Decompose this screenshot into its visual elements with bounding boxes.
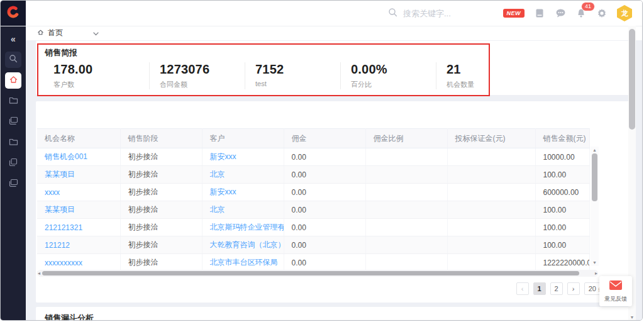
customer-link[interactable]: 大乾教育咨询（北京）有限... [210, 240, 284, 249]
chevron-down-icon [93, 29, 99, 38]
settings-gear-icon[interactable] [596, 8, 608, 19]
prev-page-button[interactable]: ‹ [516, 282, 529, 295]
logo-c-icon [6, 5, 20, 21]
brief-stat: 7152test [245, 62, 340, 89]
sidebar-item-home[interactable] [5, 72, 21, 89]
opportunity-link[interactable]: xxxxxxxxxx [45, 258, 82, 267]
table-horizontal-scrollbar[interactable]: ◂ ▸ [37, 270, 598, 277]
table-cell [365, 236, 447, 254]
sidebar-item-module-4[interactable] [5, 155, 21, 172]
topbar: NEW 41 龙 [1, 1, 642, 26]
notebook-icon[interactable] [534, 8, 545, 19]
sales-funnel-card: 销售漏斗分析 [36, 307, 630, 321]
table-cell: 10000.00 [535, 148, 589, 166]
scroll-up-icon[interactable]: ▲ [591, 147, 599, 153]
sidebar-item-module-3[interactable] [5, 135, 21, 151]
sidebar-item-module-1[interactable] [5, 93, 21, 109]
opportunity-link[interactable]: xxxx [45, 188, 60, 197]
table-cell: xxxx [37, 184, 120, 201]
opportunity-link[interactable]: 销售机会001 [45, 152, 87, 161]
table-cell: 100.00 [535, 166, 589, 184]
table-cell: 某某项目 [37, 201, 120, 219]
page-button-1[interactable]: 1 [533, 282, 546, 295]
table-cell: 100.00 [535, 219, 589, 236]
scrollbar-thumb[interactable] [42, 271, 579, 275]
scroll-right-icon[interactable]: ▸ [595, 270, 597, 277]
sales-funnel-title: 销售漏斗分析 [45, 313, 94, 321]
stat-label: 机会数量 [447, 80, 531, 89]
stat-value: 1273076 [160, 62, 245, 77]
table-cell [447, 166, 535, 184]
customer-link[interactable]: 新安xxx [210, 187, 236, 196]
table-cell [447, 184, 535, 201]
stat-label: test [255, 80, 340, 87]
table-cell: 某某项目 [37, 166, 120, 184]
topbar-actions: NEW 41 龙 [503, 1, 633, 26]
next-page-button[interactable]: › [567, 282, 580, 295]
table-cell [365, 184, 447, 201]
column-header: 佣金比例 [365, 129, 447, 148]
table-vertical-scrollbar[interactable]: ▲ ▼ [591, 147, 599, 266]
customer-link[interactable]: 北京市丰台区环保局 [210, 258, 278, 267]
customer-link[interactable]: 北京 [210, 205, 225, 214]
opportunity-link[interactable]: 212121321 [45, 223, 82, 232]
messages-icon[interactable] [555, 8, 566, 19]
sidebar-item-module-5[interactable] [5, 176, 21, 192]
table-cell [447, 236, 535, 254]
global-search [388, 1, 499, 26]
brief-stat: 0.00%百分比 [340, 62, 436, 89]
app-window: NEW 41 龙 « [0, 0, 643, 321]
stacked-folders-icon [9, 116, 18, 128]
table-row: 212121321初步接洽北京斯玛特企业管理有限公...0.00100.00 [37, 219, 589, 236]
stat-value: 178.00 [53, 62, 149, 77]
table-cell [447, 219, 535, 236]
user-avatar[interactable]: 龙 [617, 5, 632, 21]
sidebar-collapse-button[interactable]: « [5, 31, 21, 47]
table-cell: 600000.00 [535, 184, 589, 201]
breadcrumb-home-label[interactable]: 首页 [48, 28, 63, 38]
home-icon [9, 75, 18, 87]
column-header: 投标保证金(元) [447, 129, 535, 148]
opportunity-link[interactable]: 121212 [45, 241, 70, 250]
customer-link[interactable]: 北京斯玛特企业管理有限公... [210, 223, 284, 231]
sidebar-item-search[interactable] [5, 52, 21, 68]
table-row: xxxx初步接洽新安xxx0.00600000.00 [37, 184, 589, 201]
table-body: 销售机会001初步接洽新安xxx0.0010000.00某某项目初步接洽北京0.… [37, 148, 589, 272]
table-cell: xxxxxxxxxx [37, 254, 120, 272]
app-logo[interactable] [1, 1, 26, 26]
column-header: 客户 [202, 129, 284, 148]
opportunity-table-card: 机会名称销售阶段客户佣金佣金比例投标保证金(元)销售金额(元) 销售机会001初… [36, 101, 630, 303]
opportunity-link[interactable]: 某某项目 [45, 205, 75, 214]
new-badge[interactable]: NEW [503, 9, 525, 18]
stacked-folders-icon [9, 179, 18, 190]
table-cell [365, 254, 447, 272]
page-button-2[interactable]: 2 [550, 282, 563, 295]
customer-link[interactable]: 北京 [210, 170, 225, 179]
table-cell: 销售机会001 [37, 148, 120, 166]
opportunity-link[interactable]: 某某项目 [45, 170, 75, 179]
notifications-bell-icon[interactable]: 41 [575, 8, 587, 19]
scrollbar-thumb[interactable] [592, 153, 597, 201]
breadcrumb-dropdown[interactable] [93, 29, 99, 38]
scrollbar-thumb[interactable] [629, 29, 635, 130]
brief-stats: 178.00客户数1273076合同金额7152test0.00%百分比21机会… [53, 62, 531, 89]
stat-value: 0.00% [351, 62, 436, 77]
scroll-left-icon[interactable]: ◂ [38, 270, 40, 277]
scroll-down-icon[interactable]: ▼ [628, 315, 636, 319]
sidebar-item-module-2[interactable] [5, 114, 21, 130]
column-header: 销售阶段 [120, 129, 202, 148]
table-header-row: 机会名称销售阶段客户佣金佣金比例投标保证金(元)销售金额(元) [37, 129, 589, 148]
main-content: 首页 销售简报 178.00客户数1273076合同金额7152test0.00… [26, 26, 642, 320]
table-cell: 初步接洽 [120, 236, 202, 254]
table-cell: 初步接洽 [120, 184, 202, 201]
copy-stack-icon [9, 158, 18, 169]
table-cell: 新安xxx [202, 148, 284, 166]
scroll-down-icon[interactable]: ▼ [591, 260, 599, 265]
customer-link[interactable]: 新安xxx [210, 152, 236, 161]
search-input[interactable] [402, 8, 499, 19]
stat-label: 百分比 [351, 80, 436, 89]
feedback-widget[interactable]: 意见反馈 [599, 276, 632, 306]
page-buttons: 12 [533, 282, 563, 295]
table-cell: 0.00 [284, 201, 365, 219]
table-cell: 0.00 [284, 166, 365, 184]
